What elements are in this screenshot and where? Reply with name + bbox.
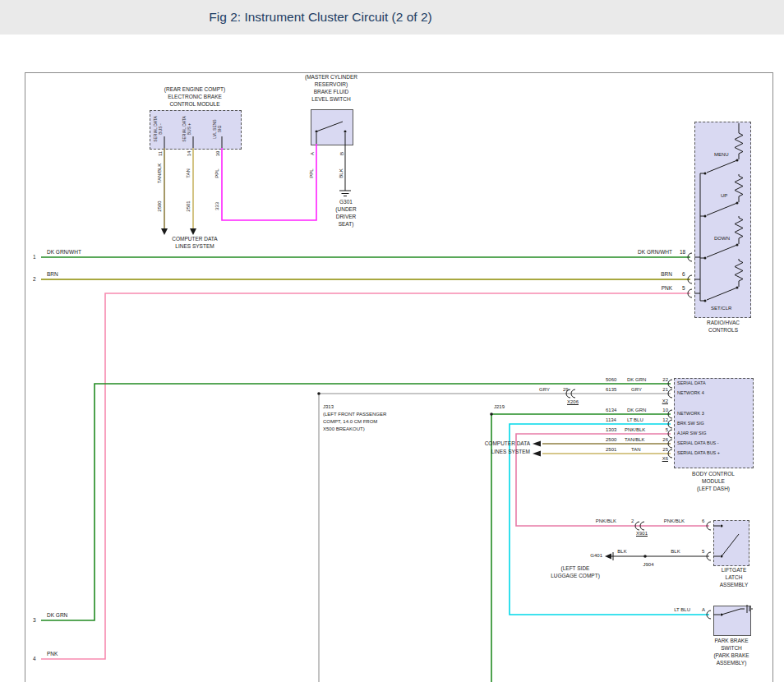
wire-color-label: PNK xyxy=(662,285,672,291)
pin-number: 25 xyxy=(662,447,668,453)
circuit-number: 333 xyxy=(214,202,220,210)
wire-ppl xyxy=(222,136,316,220)
data-lines-note: COMPUTER DATA xyxy=(485,440,530,446)
bcm-signal: NETWORK 4 xyxy=(677,390,704,395)
wire-color-label: GRY xyxy=(631,387,642,393)
ebcm-pin-number: 11 xyxy=(158,151,164,156)
fluid-switch-symbol xyxy=(316,122,347,144)
circuit-number: 2500 xyxy=(606,437,616,443)
circuit-number: 6135 xyxy=(606,387,616,393)
wire-tan-blk-bus-minus xyxy=(533,441,671,447)
liftgate-caption: LIFTGATE xyxy=(722,567,747,573)
ebcm-pin-number: 39 xyxy=(215,151,221,157)
wire-color-label: DK GRN xyxy=(47,612,67,618)
ebcm-pin-signal: BUS - xyxy=(159,123,164,134)
wire-number: 1 xyxy=(33,254,36,260)
ground-location: LUGGAGE COMPT) xyxy=(551,573,600,578)
liftgate-switch-symbol xyxy=(713,525,739,558)
wire-number: 4 xyxy=(33,656,36,661)
wiring-diagram-page: Fig 2: Instrument Cluster Circuit (2 of … xyxy=(0,0,784,682)
ebcm-pin-number: 14 xyxy=(187,151,192,157)
pin-letter: A xyxy=(310,152,316,155)
ebcm-caption-line: (REAR ENGINE COMPT) xyxy=(164,86,225,92)
connector-ref: X6 xyxy=(662,456,668,462)
circuit-number: 5060 xyxy=(606,377,616,383)
wire-color-label: TAN/BLK xyxy=(625,437,645,443)
circuit-number: 2500 xyxy=(157,200,163,211)
ebcm-pin-signal: BUS + xyxy=(187,123,192,136)
wire-color-label: DK GRN/WHT xyxy=(638,249,672,255)
pin-number: 26 xyxy=(662,437,668,443)
fluid-switch-caption: BRAKE FLUID xyxy=(314,89,349,94)
park-brake-caption: PARK BRAKE xyxy=(714,638,748,643)
park-brake-switch-symbol xyxy=(713,605,752,616)
wire-gry-network4 xyxy=(317,392,671,682)
fluid-switch-caption: RESERVOIR) xyxy=(315,81,348,87)
radio-caption: CONTROLS xyxy=(708,327,738,333)
ebcm-caption-line: CONTROL MODULE xyxy=(169,101,219,107)
button-label-down: DOWN xyxy=(714,236,730,242)
pin-number: 10 xyxy=(662,408,668,413)
bcm-signal: AJAR SW SIG xyxy=(677,431,706,435)
park-brake-caption: SWITCH xyxy=(721,645,742,651)
wire-color-label: PPL xyxy=(214,168,220,177)
bcm-signal: NETWORK 3 xyxy=(677,411,704,416)
pin-number: 5 xyxy=(702,549,704,555)
circuit-number: 1134 xyxy=(606,417,616,423)
pin-number: 29 xyxy=(563,387,569,393)
radio-caption: RADIO/HVAC xyxy=(707,320,740,325)
fluid-switch-caption: LEVEL SWITCH xyxy=(311,96,350,102)
wire-color-label: BRN xyxy=(661,271,672,277)
splice-j313-label: J313 xyxy=(323,404,334,410)
wire-color-label: TAN/BLK xyxy=(157,164,163,184)
wire-color-label: BLK xyxy=(339,168,344,177)
wire-color-label: GRY xyxy=(539,387,550,393)
data-lines-note: LINES SYSTEM xyxy=(491,449,530,454)
liftgate-caption: LATCH xyxy=(726,574,743,580)
pin-number: 6 xyxy=(682,271,685,277)
button-label-up: UP xyxy=(721,193,727,199)
liftgate-caption: ASSEMBLY xyxy=(720,582,749,588)
bcm-signal: SERIAL DATA BUS - xyxy=(677,440,719,445)
bcm-signal: SERIAL DATA xyxy=(677,380,706,385)
bcm-caption: MODULE xyxy=(702,478,725,484)
wire-color-label: LT BLU xyxy=(627,417,643,423)
pin-number: 22 xyxy=(662,377,668,383)
wire-color-label: BLK xyxy=(617,549,626,555)
button-label-menu: MENU xyxy=(714,152,729,158)
wire-color-label: DK GRN/WHT xyxy=(47,249,81,255)
wire-color-label: PNK/BLK xyxy=(625,427,645,433)
connector-symbols xyxy=(566,253,711,619)
wire-number: 2 xyxy=(33,276,36,282)
wire-color-label: BRN xyxy=(47,271,58,277)
ground-location: DRIVER xyxy=(336,214,357,219)
park-brake-caption: ASSEMBLY) xyxy=(717,660,747,666)
bcm-signal: BRK SW SIG xyxy=(677,421,704,426)
circuit-number: 6134 xyxy=(606,408,616,413)
wire-number: 3 xyxy=(33,617,36,623)
pin-number: 21 xyxy=(662,387,668,393)
pin-number: 5 xyxy=(682,285,685,291)
wire-pnk xyxy=(41,293,690,659)
wire-color-label: LT BLU xyxy=(674,607,690,613)
fluid-switch-caption: (MASTER CYLINDER xyxy=(305,74,357,80)
button-label-setclr: SET/CLR xyxy=(711,306,731,311)
ground-location: SEAT) xyxy=(339,221,354,227)
wire-color-label: DK GRN xyxy=(627,408,646,413)
splice-j904-label: J904 xyxy=(643,562,653,568)
ground-name: G401 xyxy=(590,553,602,559)
splice-j313-desc: (LEFT FRONT PASSENGER xyxy=(323,412,386,417)
wire-color-label: DK GRN xyxy=(627,377,646,383)
splice-j313-desc: X500 BREAKOUT) xyxy=(323,426,365,432)
wire-color-label: TAN xyxy=(186,168,191,178)
ground-name: G301 xyxy=(339,199,353,205)
wiring-layer xyxy=(0,0,784,682)
bcm-caption: (LEFT DASH) xyxy=(697,486,730,491)
wire-color-label: PNK/BLK xyxy=(664,518,685,524)
splice-j219-label: J219 xyxy=(494,404,505,410)
wire-color-label: TAN xyxy=(631,447,641,453)
radio-resistor-ladder xyxy=(694,123,743,302)
circuit-number: 2501 xyxy=(186,200,191,211)
splice-j313-desc: COMPT, 14.0 CM FROM xyxy=(323,419,377,425)
ground-location: (LEFT SIDE xyxy=(561,565,590,571)
